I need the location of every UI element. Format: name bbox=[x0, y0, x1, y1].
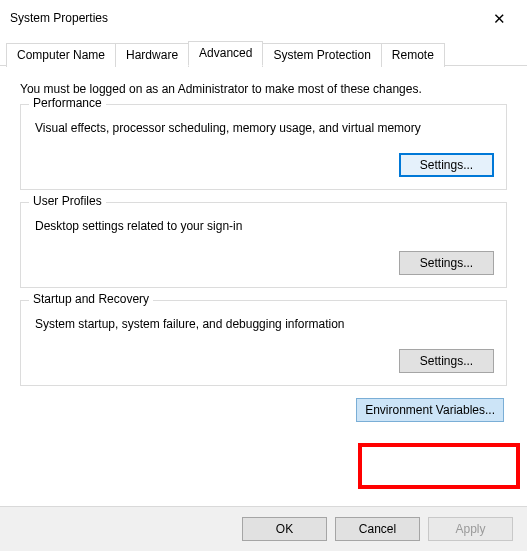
legend-startup-recovery: Startup and Recovery bbox=[29, 292, 153, 306]
legend-user-profiles: User Profiles bbox=[29, 194, 106, 208]
title-bar: System Properties ✕ bbox=[0, 0, 527, 36]
intro-text: You must be logged on as an Administrato… bbox=[20, 82, 507, 96]
tab-system-protection[interactable]: System Protection bbox=[262, 43, 381, 67]
ok-button[interactable]: OK bbox=[242, 517, 327, 541]
legend-performance: Performance bbox=[29, 96, 106, 110]
apply-button[interactable]: Apply bbox=[428, 517, 513, 541]
window-title: System Properties bbox=[10, 11, 108, 25]
groupbox-startup-recovery: Startup and Recovery System startup, sys… bbox=[20, 300, 507, 386]
annotation-highlight bbox=[358, 443, 520, 489]
dialog-footer: OK Cancel Apply bbox=[0, 506, 527, 551]
groupbox-user-profiles: User Profiles Desktop settings related t… bbox=[20, 202, 507, 288]
groupbox-performance: Performance Visual effects, processor sc… bbox=[20, 104, 507, 190]
tab-strip: Computer Name Hardware Advanced System P… bbox=[0, 40, 527, 66]
startup-recovery-settings-button[interactable]: Settings... bbox=[399, 349, 494, 373]
user-profiles-desc: Desktop settings related to your sign-in bbox=[35, 219, 494, 233]
startup-recovery-desc: System startup, system failure, and debu… bbox=[35, 317, 494, 331]
close-icon: ✕ bbox=[493, 11, 506, 26]
close-button[interactable]: ✕ bbox=[479, 6, 519, 30]
tab-computer-name[interactable]: Computer Name bbox=[6, 43, 116, 67]
tab-remote[interactable]: Remote bbox=[381, 43, 445, 67]
tab-advanced[interactable]: Advanced bbox=[188, 41, 263, 66]
tab-content-advanced: You must be logged on as an Administrato… bbox=[0, 66, 527, 434]
user-profiles-settings-button[interactable]: Settings... bbox=[399, 251, 494, 275]
environment-variables-button[interactable]: Environment Variables... bbox=[356, 398, 504, 422]
tab-hardware[interactable]: Hardware bbox=[115, 43, 189, 67]
cancel-button[interactable]: Cancel bbox=[335, 517, 420, 541]
performance-settings-button[interactable]: Settings... bbox=[399, 153, 494, 177]
performance-desc: Visual effects, processor scheduling, me… bbox=[35, 121, 494, 135]
